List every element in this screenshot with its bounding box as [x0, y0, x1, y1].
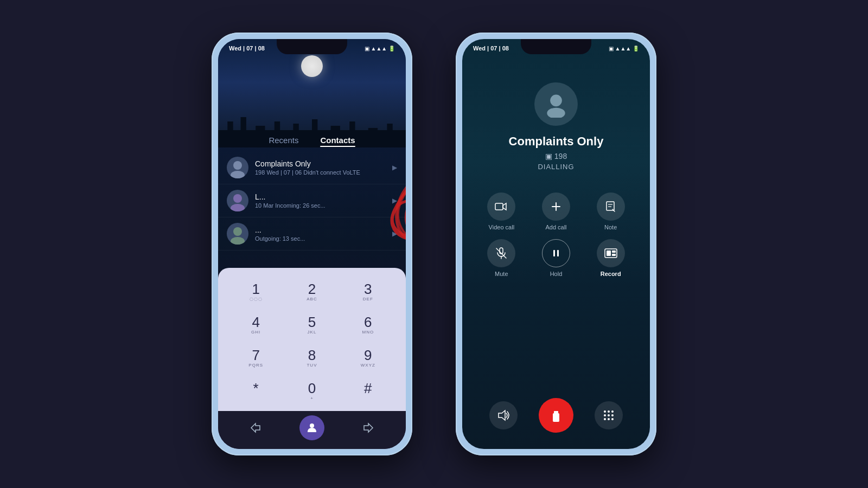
phone-2-screen: Wed | 07 | 08 ▣ ▲▲▲ 🔋 Complaints Only ▣ … — [462, 39, 650, 449]
moon — [301, 55, 323, 77]
svg-point-35 — [604, 418, 606, 420]
svg-point-34 — [611, 414, 614, 416]
contact-item-2[interactable]: L... 10 Mar Incoming: 26 sec... ▶ — [218, 184, 406, 217]
dial-key-8[interactable]: 8 TUV — [285, 343, 339, 374]
svg-point-2 — [233, 194, 242, 203]
add-call-icon — [542, 192, 570, 221]
dial-key-6[interactable]: 6 MNO — [341, 310, 395, 341]
svg-point-5 — [231, 237, 245, 245]
dial-key-3[interactable]: 3 DEF — [341, 277, 395, 307]
call-header: Complaints Only ▣ 198 DIALLING — [462, 55, 650, 171]
dial-key-2[interactable]: 2 ABC — [285, 277, 339, 307]
status-time-1: Wed | 07 | 08 — [229, 45, 265, 52]
dial-key-0[interactable]: 0 + — [285, 376, 339, 407]
contact-detail-2: 10 Mar Incoming: 26 sec... — [255, 202, 392, 209]
contact-name-3: ... — [255, 226, 392, 234]
phone-1-frame: Wed | 07 | 08 ▣ ▲▲▲ 🔋 Recents Contacts C… — [212, 33, 412, 455]
svg-point-29 — [604, 410, 606, 413]
contact-arrow-2: ▶ — [392, 197, 397, 204]
nav-menu-button[interactable] — [359, 418, 378, 438]
svg-rect-27 — [553, 413, 559, 422]
video-call-label: Video call — [489, 224, 515, 230]
contact-arrow-3: ▶ — [392, 230, 397, 237]
mute-label: Mute — [495, 271, 508, 277]
record-icon — [597, 239, 625, 267]
svg-point-36 — [608, 418, 610, 420]
svg-rect-23 — [607, 251, 611, 256]
contact-info-3: ... Outgoing: 13 sec... — [255, 226, 392, 242]
svg-point-9 — [550, 95, 562, 107]
dial-key-5[interactable]: 5 JKL — [285, 310, 339, 341]
record-button[interactable]: Record — [588, 239, 634, 277]
dial-key-1[interactable]: 1 ◌◌◌ — [229, 277, 283, 307]
svg-rect-25 — [612, 254, 616, 256]
svg-point-33 — [608, 414, 610, 416]
spacer — [462, 286, 650, 387]
mute-icon — [487, 239, 515, 267]
keypad-button[interactable] — [595, 401, 623, 429]
contacts-list: Complaints Only 198 Wed | 07 | 06 Didn't… — [218, 151, 406, 268]
speaker-button[interactable] — [489, 401, 518, 429]
svg-rect-24 — [612, 251, 616, 253]
dial-key-7[interactable]: 7 PQRS — [229, 343, 283, 374]
svg-point-3 — [231, 204, 245, 211]
contact-avatar-2 — [227, 190, 248, 211]
contact-item-1[interactable]: Complaints Only 198 Wed | 07 | 06 Didn't… — [218, 151, 406, 184]
svg-point-30 — [608, 410, 610, 413]
tab-bar: Recents Contacts — [218, 131, 406, 151]
tab-contacts[interactable]: Contacts — [320, 136, 355, 147]
svg-point-4 — [233, 227, 242, 236]
add-call-button[interactable]: Add call — [533, 192, 579, 230]
bottom-nav-1 — [218, 411, 406, 449]
svg-marker-6 — [251, 423, 260, 432]
note-button[interactable]: Note — [588, 192, 634, 230]
hold-button[interactable]: Hold — [533, 239, 579, 277]
call-number-icon: ▣ — [545, 152, 552, 160]
record-label: Record — [601, 271, 621, 277]
nav-back-button[interactable] — [246, 418, 265, 438]
contact-name-2: L... — [255, 192, 392, 201]
dial-key-4[interactable]: 4 GHI — [229, 310, 283, 341]
video-call-icon — [487, 192, 515, 221]
dial-key-hash[interactable]: # — [341, 376, 395, 407]
svg-rect-28 — [554, 411, 558, 414]
svg-point-1 — [231, 171, 245, 178]
phone-2-frame: Wed | 07 | 08 ▣ ▲▲▲ 🔋 Complaints Only ▣ … — [456, 33, 656, 455]
note-icon — [597, 192, 625, 221]
note-label: Note — [604, 224, 617, 230]
contact-detail-3: Outgoing: 13 sec... — [255, 235, 392, 242]
end-call-button[interactable] — [539, 398, 573, 433]
mute-button[interactable]: Mute — [478, 239, 525, 277]
contact-name-1: Complaints Only — [255, 159, 392, 168]
dial-key-9[interactable]: 9 WXYZ — [341, 343, 395, 374]
contact-item-3[interactable]: ... Outgoing: 13 sec... ▶ — [218, 217, 406, 251]
dial-key-star[interactable]: * — [229, 376, 283, 407]
svg-rect-21 — [557, 250, 559, 256]
add-call-label: Add call — [545, 224, 566, 230]
call-bottom-controls — [462, 387, 650, 449]
status-time-2: Wed | 07 | 08 — [473, 45, 509, 52]
contact-detail-1: 198 Wed | 07 | 06 Didn't connect VoLTE — [255, 169, 392, 176]
svg-point-10 — [547, 108, 565, 118]
hold-icon — [542, 239, 570, 267]
contact-arrow-1: ▶ — [392, 164, 397, 171]
svg-marker-26 — [499, 410, 505, 420]
dialpad: 1 ◌◌◌ 2 ABC 3 DEF 4 GHI 5 JKL — [218, 268, 406, 411]
svg-rect-14 — [607, 202, 614, 210]
contact-info-2: L... 10 Mar Incoming: 26 sec... — [255, 192, 392, 209]
nav-home-button[interactable] — [299, 415, 324, 440]
status-icons-1: ▣ ▲▲▲ 🔋 — [365, 46, 395, 52]
svg-marker-8 — [364, 423, 373, 432]
phone-1-screen: Wed | 07 | 08 ▣ ▲▲▲ 🔋 Recents Contacts C… — [218, 39, 406, 449]
contact-info-1: Complaints Only 198 Wed | 07 | 06 Didn't… — [255, 159, 392, 176]
svg-point-32 — [604, 414, 606, 416]
tab-recents[interactable]: Recents — [269, 136, 298, 147]
call-actions: Video call Add call — [462, 171, 650, 286]
svg-point-0 — [233, 161, 242, 170]
call-contact-name: Complaints Only — [509, 134, 604, 149]
call-avatar — [534, 82, 578, 126]
contact-avatar-3 — [227, 223, 248, 245]
call-status: DIALLING — [538, 163, 574, 171]
video-call-button[interactable]: Video call — [478, 192, 525, 230]
svg-rect-20 — [553, 250, 555, 256]
